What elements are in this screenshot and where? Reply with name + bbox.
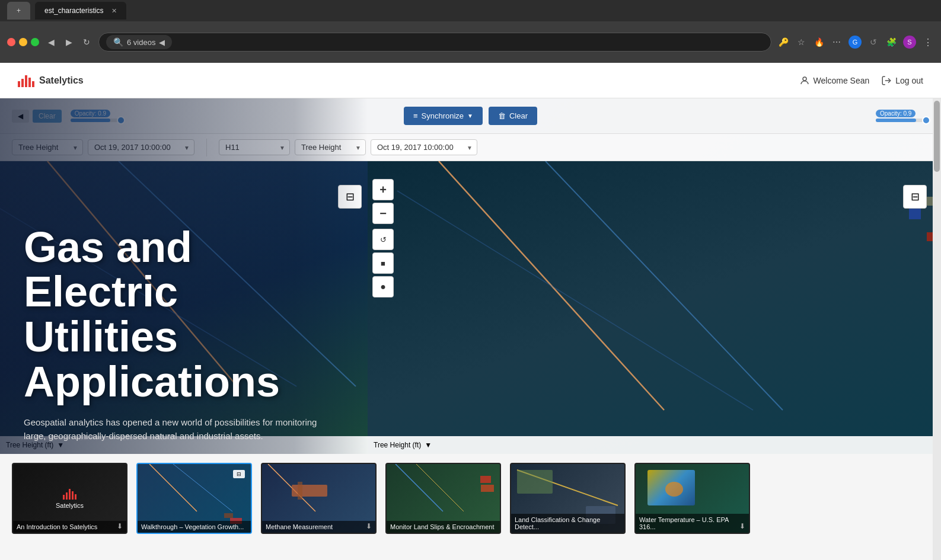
star-icon[interactable]: ☆ — [795, 36, 807, 48]
toolbar-center: ≡ Synchronize ▼ 🗑 Clear — [404, 107, 537, 125]
close-window-btn[interactable] — [7, 38, 15, 46]
thumb-1-label: An Introduction to Satelytics — [13, 521, 126, 533]
close-tab-icon[interactable]: ✕ — [111, 7, 117, 15]
clear-btn[interactable]: 🗑 Clear — [489, 107, 537, 125]
logout-text: Log out — [895, 76, 923, 85]
welcome-text: Welcome Sean — [814, 76, 870, 85]
back-icon[interactable]: ◀ — [45, 36, 57, 48]
menu-icon[interactable]: ⋮ — [922, 36, 934, 48]
scrollbar-thumb[interactable] — [934, 101, 940, 172]
video-thumb-5[interactable]: Land Classification & Change Detect... — [510, 463, 626, 534]
video-thumb-2[interactable]: ⊟ Walkthrough – Vegetation Growth... — [136, 463, 252, 534]
right-layers-btn[interactable]: ⊟ — [903, 185, 927, 209]
logo-icon — [18, 74, 34, 87]
page-wrapper: Satelytics Welcome Sean Log out — [0, 63, 941, 560]
circle-btn[interactable]: ● — [372, 276, 394, 297]
browser-chrome: ◀ ▶ ↻ 🔍 6 videos ◀ 🔑 ☆ 🔥 ⋯ G ↺ 🧩 S ⋮ — [0, 21, 941, 63]
right-legend-arrow: ▼ — [425, 441, 432, 449]
video-thumb-6[interactable]: Water Temperature – U.S. EPA 316... ⬇ — [634, 463, 750, 534]
zoom-out-btn[interactable]: − — [372, 203, 394, 224]
svg-line-6 — [546, 161, 783, 410]
logo-text: Satelytics — [39, 75, 84, 86]
thumb-1-download-icon[interactable]: ⬇ — [117, 522, 123, 530]
browser-toolbar-right: 🔑 ☆ 🔥 ⋯ G ↺ 🧩 S ⋮ — [777, 36, 934, 49]
url-bar[interactable]: 🔍 6 videos ◀ — [98, 33, 771, 52]
browser-tab-bar: + est_characteristics ✕ — [0, 0, 941, 21]
minimize-btn[interactable] — [19, 38, 27, 46]
fire-icon[interactable]: 🔥 — [813, 36, 825, 48]
plus-icon: + — [17, 7, 21, 15]
thumb-logo-icon — [63, 488, 76, 500]
svg-line-12 — [416, 464, 464, 511]
right-date-dropdown[interactable]: Oct 19, 2017 10:00:00 — [371, 139, 477, 155]
hero-title: Gas and Electric Utilities Applications — [24, 225, 344, 404]
welcome-message: Welcome Sean — [799, 75, 870, 86]
video-count-badge: 6 videos — [127, 38, 155, 47]
hero-section: 32.41 26.74 19. 29.47 Tree Height (ft) ▼… — [0, 98, 941, 560]
opacity-right-label: Opacity: 0.9 — [876, 110, 916, 117]
thumb-2-badge: ⊟ — [233, 470, 245, 478]
user-circle-icon[interactable]: G — [849, 36, 862, 49]
toolbar-right: Opacity: 0.9 — [546, 110, 929, 122]
right-map-svg — [368, 161, 933, 454]
trash-icon: 🗑 — [498, 111, 506, 120]
opacity-right-container: Opacity: 0.9 — [876, 110, 929, 122]
video-thumb-4[interactable]: Monitor Land Slips & Encroachment — [385, 463, 501, 534]
thumb-6-label: Water Temperature – U.S. EPA 316... — [636, 514, 749, 533]
thumb-5-label: Land Classification & Change Detect... — [511, 514, 624, 533]
video-thumb-3[interactable]: Methane Measurement ⬇ — [261, 463, 377, 534]
tab-label: est_characteristics — [44, 7, 103, 15]
svg-point-0 — [803, 77, 806, 81]
sync-btn-label: Synchronize — [422, 111, 464, 120]
forward-icon[interactable]: ▶ — [63, 36, 75, 48]
rotate-btn[interactable]: ↺ — [372, 229, 394, 250]
search-icon: 🔍 — [113, 37, 123, 47]
scrollbar[interactable] — [933, 98, 941, 560]
zoom-in-btn[interactable]: + — [372, 179, 394, 200]
svg-line-11 — [395, 464, 443, 511]
logo: Satelytics — [18, 74, 84, 87]
right-map-controls: + − ↺ ■ ● — [372, 179, 394, 297]
hero-subtitle: Geospatial analytics has opened a new wo… — [24, 416, 332, 443]
video-thumb-1[interactable]: Satelytics An Introduction to Satelytics… — [12, 463, 127, 534]
thumb-4-label: Monitor Land Slips & Encroachment — [387, 521, 500, 533]
thumb-2-label: Walkthrough – Vegetation Growth... — [138, 521, 251, 533]
user-icon — [799, 75, 810, 86]
synchronize-btn[interactable]: ≡ Synchronize ▼ — [404, 107, 483, 125]
new-tab-btn[interactable]: + — [7, 2, 30, 20]
opacity-right-track[interactable] — [876, 119, 929, 122]
profile-icon[interactable]: S — [903, 36, 916, 49]
active-tab[interactable]: est_characteristics ✕ — [35, 2, 126, 20]
video-strip: Satelytics An Introduction to Satelytics… — [0, 454, 941, 560]
thumb-1-logo-text: Satelytics — [56, 502, 84, 509]
nav-right: Welcome Sean Log out — [799, 75, 923, 86]
dots-icon[interactable]: ⋯ — [831, 36, 843, 48]
right-date-dropdown-wrapper: Oct 19, 2017 10:00:00 ▼ — [371, 139, 477, 155]
right-legend-text: Tree Height (ft) — [374, 441, 421, 449]
square-btn[interactable]: ■ — [372, 252, 394, 274]
thumb-3-label: Methane Measurement — [262, 521, 375, 533]
svg-line-7 — [397, 191, 753, 410]
sync-icon[interactable]: ↺ — [867, 36, 879, 48]
right-map-panel: + − ↺ ■ ● Tree Height (ft) ▼ ⊟ — [368, 161, 933, 454]
reload-icon[interactable]: ↻ — [81, 36, 92, 48]
maximize-btn[interactable] — [31, 38, 39, 46]
thumb-6-download-icon[interactable]: ⬇ — [739, 522, 745, 530]
share-icon: ◀ — [159, 38, 165, 47]
logout-btn[interactable]: Log out — [881, 75, 923, 86]
right-legend-bar[interactable]: Tree Height (ft) ▼ — [368, 436, 933, 454]
sync-lines-icon: ≡ — [413, 111, 418, 120]
sync-dropdown-arrow: ▼ — [467, 113, 473, 119]
browser-toolbar-left: ◀ ▶ ↻ — [45, 36, 92, 48]
clear-btn-label: Clear — [509, 111, 528, 120]
top-nav: Satelytics Welcome Sean Log out — [0, 63, 941, 98]
thumb-3-download-icon[interactable]: ⬇ — [366, 522, 372, 530]
svg-line-8 — [149, 464, 197, 511]
window-controls — [7, 38, 39, 46]
svg-line-9 — [173, 464, 232, 511]
logout-icon — [881, 75, 892, 86]
right-layers-icon: ⊟ — [911, 190, 920, 203]
key-icon[interactable]: 🔑 — [777, 36, 789, 48]
puzzle-icon[interactable]: 🧩 — [885, 36, 897, 48]
